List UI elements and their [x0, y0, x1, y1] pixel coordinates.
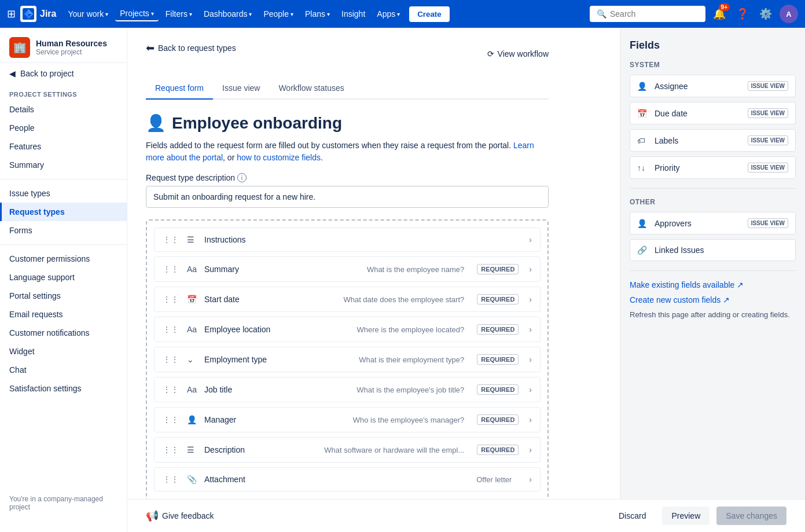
help-button[interactable]: ❓ — [733, 5, 752, 23]
sidebar-item-language-support[interactable]: Language support — [0, 268, 127, 287]
tab-issue-view[interactable]: Issue view — [213, 78, 269, 100]
rp-field-name: Labels — [655, 136, 742, 145]
rp-field-item[interactable]: 📅 Due date ISSUE VIEW — [630, 102, 796, 124]
sidebar-item-issue-types[interactable]: Issue types — [0, 184, 127, 203]
rtype-label: Request type description i — [146, 173, 549, 182]
sidebar-item-customer-permissions[interactable]: Customer permissions — [0, 250, 127, 268]
sidebar-item-chat[interactable]: Chat — [0, 361, 127, 379]
rp-system-label: System — [630, 61, 796, 69]
form-field-row[interactable]: ⋮⋮👤ManagerWho is the employee's manager?… — [154, 407, 541, 432]
layout: 🏢 Human Resources Service project ◀ Back… — [0, 28, 805, 532]
field-hint: What is the employee name? — [295, 265, 464, 274]
rp-field-icon: ↑↓ — [637, 163, 649, 173]
back-circle-icon: ⬅ — [146, 42, 155, 54]
drag-handle-icon: ⋮⋮ — [163, 445, 179, 454]
nav-plans[interactable]: Plans ▾ — [300, 7, 335, 21]
form-field-row[interactable]: ⋮⋮⌄Employment typeWhat is their employme… — [154, 347, 541, 372]
field-type-icon: Aa — [187, 325, 199, 334]
field-name: Summary — [204, 265, 289, 274]
chevron-down-icon: ▾ — [291, 11, 293, 17]
user-avatar[interactable]: A — [780, 5, 798, 23]
sidebar-item-customer-notifications[interactable]: Customer notifications — [0, 324, 127, 342]
form-field-row[interactable]: ⋮⋮☰DescriptionWhat software or hardware … — [154, 437, 541, 463]
logo-text: Jira — [40, 9, 56, 19]
rp-system-section: System 👤 Assignee ISSUE VIEW 📅 Due date … — [630, 61, 796, 179]
create-custom-fields-link[interactable]: Create new custom fields ↗ — [630, 295, 796, 304]
sidebar-item-features[interactable]: Features — [0, 137, 127, 156]
info-icon[interactable]: i — [237, 173, 247, 182]
field-name: Job title — [204, 385, 289, 394]
nav-projects[interactable]: Projects ▾ — [115, 6, 159, 21]
jira-logo[interactable]: Jira — [20, 6, 56, 22]
rp-field-item[interactable]: 🏷 Labels ISSUE VIEW — [630, 129, 796, 152]
rtype-description-input[interactable] — [146, 186, 549, 208]
nav-people[interactable]: People ▾ — [259, 7, 298, 21]
right-panel-title: Fields — [630, 39, 796, 52]
form-field-row[interactable]: ⋮⋮AaSummaryWhat is the employee name?REQ… — [154, 256, 541, 282]
bottom-bar: 📢 Give feedback Discard Preview Save cha… — [127, 499, 805, 532]
workflow-icon: ⟳ — [487, 49, 494, 58]
sidebar-item-satisfaction-settings[interactable]: Satisfaction settings — [0, 379, 127, 398]
create-button[interactable]: Create — [409, 6, 450, 22]
rp-field-icon: 👤 — [637, 82, 649, 91]
field-type-icon: ☰ — [187, 235, 199, 244]
form-field-row[interactable]: ⋮⋮📎AttachmentOffer letter› — [154, 467, 541, 491]
nav-apps[interactable]: Apps ▾ — [372, 7, 405, 21]
sidebar-item-portal-settings[interactable]: Portal settings — [0, 287, 127, 305]
nav-dashboards[interactable]: Dashboards ▾ — [199, 7, 257, 21]
form-field-row[interactable]: ⋮⋮📅Start dateWhat date does the employee… — [154, 287, 541, 312]
nav-your-work[interactable]: Your work ▾ — [63, 7, 113, 21]
rp-field-item[interactable]: 👤 Assignee ISSUE VIEW — [630, 75, 796, 97]
make-fields-available-link[interactable]: Make existing fields available ↗ — [630, 280, 796, 289]
nav-filters[interactable]: Filters ▾ — [161, 7, 197, 21]
customize-fields-link[interactable]: how to customize fields — [237, 153, 321, 162]
form-field-row[interactable]: ⋮⋮AaEmployee locationWhere is the employ… — [154, 317, 541, 342]
sidebar-item-summary[interactable]: Summary — [0, 156, 127, 174]
rp-field-item[interactable]: ↑↓ Priority ISSUE VIEW — [630, 156, 796, 179]
rp-links: Make existing fields available ↗ Create … — [630, 280, 796, 319]
field-name: Attachment — [204, 475, 305, 484]
form-field-row[interactable]: ⋮⋮☰Instructions› — [154, 228, 541, 252]
back-to-request-types[interactable]: ⬅ Back to request types — [146, 42, 236, 54]
required-badge: REQUIRED — [477, 294, 519, 304]
tab-workflow-statuses[interactable]: Workflow statuses — [269, 78, 353, 100]
save-changes-button[interactable]: Save changes — [716, 507, 786, 525]
drag-handle-icon: ⋮⋮ — [163, 385, 179, 394]
chevron-right-icon: › — [529, 235, 532, 244]
back-to-project[interactable]: ◀ Back to project — [0, 63, 127, 84]
sidebar-item-forms[interactable]: Forms — [0, 221, 127, 240]
rp-field-item[interactable]: 👤 Approvers ISSUE VIEW — [630, 212, 796, 234]
drag-handle-icon: ⋮⋮ — [163, 235, 179, 244]
notifications-button[interactable]: 🔔 9+ — [710, 5, 729, 23]
learn-more-link[interactable]: Learn more about the portal — [146, 141, 534, 162]
preview-button[interactable]: Preview — [662, 507, 710, 525]
rp-field-name: Due date — [655, 109, 742, 118]
sidebar-item-email-requests[interactable]: Email requests — [0, 305, 127, 324]
back-to-project-label: Back to project — [20, 69, 74, 78]
rp-note: Refresh this page after adding or creati… — [630, 310, 796, 319]
search-box[interactable]: 🔍 — [590, 6, 705, 22]
discard-button[interactable]: Discard — [609, 507, 655, 525]
required-badge: REQUIRED — [477, 384, 519, 395]
tab-request-form[interactable]: Request form — [146, 78, 213, 100]
rp-field-icon: 🔗 — [637, 245, 649, 255]
sidebar-item-details[interactable]: Details — [0, 100, 127, 119]
chevron-down-icon: ▾ — [105, 11, 108, 17]
sidebar-item-request-types[interactable]: Request types — [0, 203, 127, 221]
sidebar-item-people[interactable]: People — [0, 119, 127, 137]
field-type-icon: Aa — [187, 385, 199, 394]
search-input[interactable] — [610, 9, 699, 19]
sidebar-footer: You're in a company-managed project — [0, 488, 127, 518]
give-feedback-button[interactable]: Give feedback — [162, 511, 214, 520]
field-type-icon: Aa — [187, 265, 199, 274]
rp-field-item[interactable]: 🔗 Linked Issues — [630, 239, 796, 261]
project-info: Human Resources Service project — [36, 39, 107, 56]
nav-insight[interactable]: Insight — [337, 7, 370, 21]
required-badge: REQUIRED — [477, 354, 519, 365]
settings-button[interactable]: ⚙️ — [756, 5, 775, 23]
rp-field-badge: ISSUE VIEW — [748, 163, 788, 173]
form-field-row[interactable]: ⋮⋮AaJob titleWhat is the employee's job … — [154, 377, 541, 402]
view-workflow-button[interactable]: ⟳ View workflow — [487, 49, 549, 58]
grid-icon[interactable]: ⊞ — [7, 8, 16, 20]
sidebar-item-widget[interactable]: Widget — [0, 342, 127, 361]
